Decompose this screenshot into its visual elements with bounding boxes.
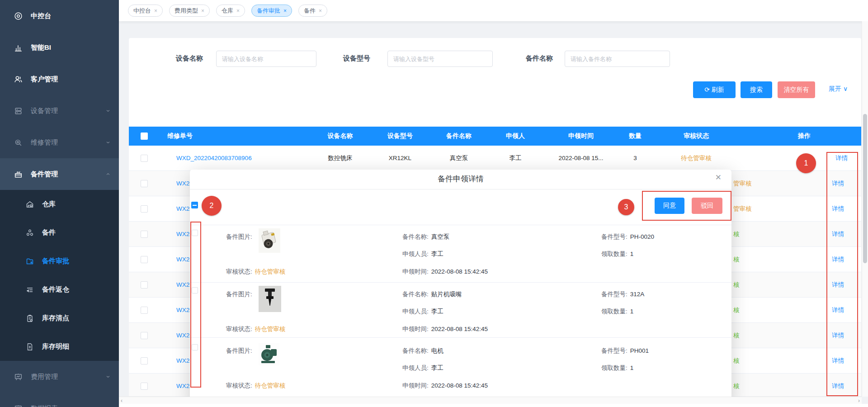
expense-icon	[14, 372, 23, 382]
tab-label: 仓库	[222, 7, 233, 15]
sidebar-submenu: 仓库 备件 备件审批 备件返仓 库存清点 库存明细	[0, 190, 119, 361]
sidebar-item-label: 备件	[42, 228, 56, 237]
bottom-strip	[119, 404, 868, 407]
topbar: 中控台× 费用类型× 仓库× 备件审批× 备件×	[119, 0, 868, 21]
chevron-down-icon	[105, 140, 111, 145]
sidebar-item-spare-approval[interactable]: 备件审批	[0, 247, 119, 275]
expand-toggle[interactable]: 展开 ∨	[829, 85, 848, 93]
vertical-scrollbar[interactable]	[862, 21, 868, 397]
device-name-input[interactable]	[216, 51, 316, 67]
row-checkbox[interactable]	[141, 231, 148, 238]
sidebar-item-parts[interactable]: 备件	[0, 218, 119, 247]
tab-spare[interactable]: 备件×	[298, 5, 327, 17]
status-badge: 核	[733, 382, 740, 390]
status-label: 审核状态:	[226, 326, 252, 332]
refresh-button[interactable]: ⟳ 刷新	[693, 81, 736, 98]
refresh-icon: ⟳	[704, 86, 710, 93]
name-line: 备件名称:电机	[402, 347, 443, 355]
sidebar-item-console[interactable]: 中控台	[0, 0, 119, 32]
row-checkbox[interactable]	[141, 281, 148, 289]
table-row: WXD_20220420083708906 数控铣床 XR12KL 真空泵 李工…	[129, 146, 861, 171]
scroll-left-arrow[interactable]: ‹	[121, 397, 123, 404]
status-label: 审核状态:	[226, 382, 252, 389]
row-checkbox[interactable]	[141, 205, 148, 213]
close-icon[interactable]: ×	[283, 8, 287, 14]
time-label: 申领时间:	[402, 268, 429, 275]
status-line: 审核状态:待仓管审核	[226, 325, 285, 333]
sidebar-item-label: 中控台	[31, 12, 51, 20]
row-checkbox[interactable]	[141, 256, 148, 263]
sidebar-item-expense[interactable]: 费用管理	[0, 361, 119, 393]
device-model-input[interactable]	[387, 51, 493, 67]
scroll-right-arrow[interactable]: ›	[858, 397, 860, 404]
sidebar-item-spare-return[interactable]: 备件返仓	[0, 275, 119, 304]
row-checkbox[interactable]	[141, 332, 148, 339]
row-checkbox[interactable]	[141, 357, 148, 364]
sidebar-item-label: 客户管理	[31, 75, 58, 84]
qty-label: 领取数量:	[601, 364, 627, 371]
close-icon[interactable]: ×	[236, 8, 240, 14]
applicant-label: 申领人员:	[402, 308, 429, 315]
close-icon[interactable]: ×	[319, 8, 322, 14]
order-link[interactable]: WXD_20220420083708906	[176, 155, 252, 161]
sidebar-item-label: 备件管理	[31, 170, 58, 179]
part-name-input[interactable]	[565, 51, 670, 67]
part-name-value: 真空泵	[431, 233, 450, 240]
applicant-value: 李工	[431, 308, 443, 315]
row-checkbox[interactable]	[141, 155, 148, 162]
sidebar-item-devices[interactable]: 设备管理	[0, 95, 119, 127]
model-line: 备件型号:312A	[601, 290, 644, 298]
time-label: 申领时间:	[402, 382, 429, 389]
search-button[interactable]: 搜索	[741, 81, 772, 98]
image-label: 备件图片:	[226, 347, 252, 355]
tab-console[interactable]: 中控台×	[128, 5, 163, 17]
select-all-checkbox-indeterminate[interactable]	[191, 202, 198, 208]
chevron-up-icon	[105, 171, 111, 177]
annotation-circle-1: 1	[796, 153, 816, 173]
refresh-label: 刷新	[712, 86, 724, 93]
applicant-value: 李工	[431, 364, 443, 371]
close-icon[interactable]: ×	[201, 8, 204, 14]
tab-warehouse[interactable]: 仓库×	[216, 5, 245, 17]
sidebar-item-repair[interactable]: 维修管理	[0, 127, 119, 158]
horizontal-scrollbar[interactable]: ‹›	[119, 397, 862, 404]
model-value: PH-0020	[630, 233, 654, 240]
bi-icon	[14, 43, 23, 52]
sidebar-item-report[interactable]: 数据报表	[0, 393, 119, 407]
sidebar-item-label: 备件返仓	[42, 285, 69, 294]
annotation-circle-2: 2	[202, 196, 222, 216]
column-header: 操作	[741, 132, 861, 140]
parts-icon	[25, 228, 34, 237]
scrollbar-thumb[interactable]	[863, 114, 867, 263]
qty-line: 领取数量:1	[601, 308, 633, 316]
column-header: 设备型号	[371, 132, 429, 140]
clear-all-button[interactable]: 清空所有	[778, 81, 815, 98]
nozzle-photo	[259, 286, 281, 312]
select-all-checkbox[interactable]	[141, 133, 148, 140]
sidebar-item-warehouse[interactable]: 仓库	[0, 190, 119, 218]
row-checkbox[interactable]	[141, 307, 148, 314]
sidebar-item-bi[interactable]: 智能BI	[0, 32, 119, 63]
time-line: 申领时间:2022-08-08 15:42:45	[402, 268, 488, 276]
vacuum-pump-photo	[259, 228, 280, 253]
sidebar-item-stocktake[interactable]: 库存清点	[0, 304, 119, 332]
close-icon[interactable]: ✕	[715, 173, 722, 182]
tab-expense-type[interactable]: 费用类型×	[169, 5, 210, 17]
model-label: 备件型号:	[601, 233, 627, 240]
sidebar-item-stock-detail[interactable]: 库存明细	[0, 332, 119, 361]
sidebar-item-customers[interactable]: 客户管理	[0, 63, 119, 95]
close-icon[interactable]: ×	[154, 8, 157, 14]
sidebar-item-spares[interactable]: 备件管理	[0, 158, 119, 190]
row-checkbox[interactable]	[141, 180, 148, 187]
sidebar-item-label: 备件审批	[42, 257, 69, 265]
repair-icon	[14, 138, 23, 147]
qty-value: 1	[630, 364, 634, 371]
annotation-circle-3: 3	[618, 199, 634, 215]
tab-spare-approval[interactable]: 备件审批×	[251, 5, 292, 17]
column-header: 维修单号	[160, 132, 310, 140]
device-model-label: 设备型号	[343, 54, 370, 63]
report-icon	[14, 404, 23, 407]
status-badge: 核	[733, 357, 740, 365]
model-line: 备件型号:PH-0020	[601, 233, 654, 241]
row-checkbox[interactable]	[141, 383, 148, 390]
